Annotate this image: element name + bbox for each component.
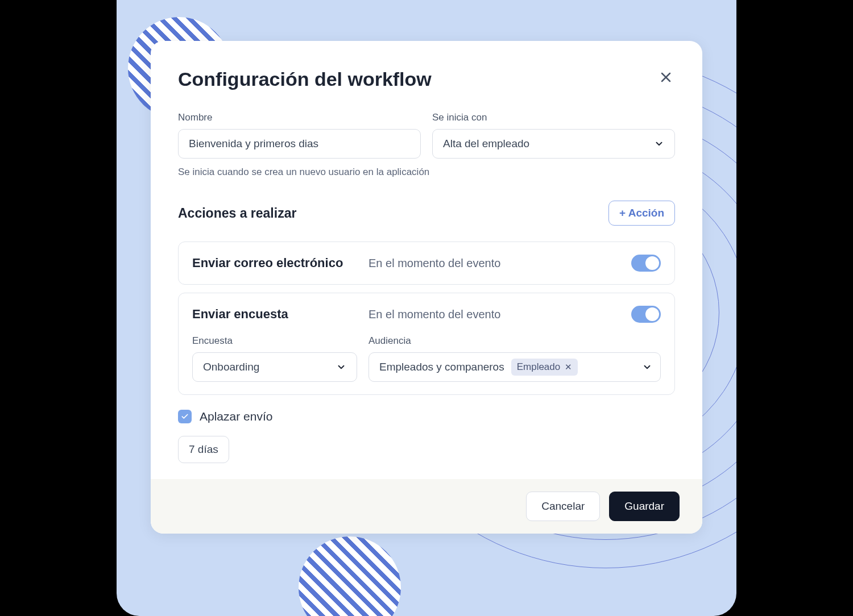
decorative-backdrop: Configuración del workflow Nombre Se ini… <box>117 0 736 616</box>
trigger-helper-text: Se inicia cuando se crea un nuevo usuari… <box>178 167 675 178</box>
actions-section-title: Acciones a realizar <box>178 206 296 221</box>
chevron-down-icon <box>642 362 652 372</box>
action-name: Enviar correo electrónico <box>192 256 368 270</box>
save-button[interactable]: Guardar <box>609 492 680 521</box>
audience-chip: Empleado ✕ <box>511 359 578 376</box>
name-input[interactable] <box>178 129 421 159</box>
audience-label: Audiencia <box>368 335 661 347</box>
workflow-config-modal: Configuración del workflow Nombre Se ini… <box>151 41 702 534</box>
action-timing: En el momento del evento <box>368 308 631 321</box>
chevron-down-icon <box>654 139 664 149</box>
defer-value: 7 días <box>189 443 218 455</box>
action-toggle-survey[interactable] <box>631 306 661 323</box>
action-card-email: Enviar correo electrónico En el momento … <box>178 242 675 285</box>
close-icon <box>659 70 673 84</box>
check-icon <box>181 413 189 421</box>
trigger-label: Se inicia con <box>432 112 675 123</box>
close-button[interactable] <box>657 68 675 88</box>
survey-label: Encuesta <box>192 335 357 347</box>
chip-remove-icon[interactable]: ✕ <box>565 362 572 372</box>
add-action-button[interactable]: + Acción <box>608 201 675 226</box>
trigger-select[interactable]: Alta del empleado <box>432 129 675 159</box>
survey-select-value: Onboarding <box>203 361 259 373</box>
cancel-button[interactable]: Cancelar <box>526 492 600 521</box>
action-timing: En el momento del evento <box>368 257 631 270</box>
audience-chip-label: Empleado <box>517 361 561 373</box>
action-card-survey: Enviar encuesta En el momento del evento… <box>178 293 675 395</box>
defer-label: Aplazar envío <box>200 410 272 423</box>
defer-checkbox[interactable] <box>178 410 192 423</box>
audience-select-value: Empleados y companeros <box>379 361 504 373</box>
trigger-select-value: Alta del empleado <box>443 138 529 150</box>
chevron-down-icon <box>336 362 346 372</box>
action-name: Enviar encuesta <box>192 307 368 322</box>
name-label: Nombre <box>178 112 421 123</box>
defer-value-input[interactable]: 7 días <box>178 436 229 463</box>
survey-select[interactable]: Onboarding <box>192 352 357 382</box>
audience-select[interactable]: Empleados y companeros Empleado ✕ <box>368 352 661 382</box>
modal-title: Configuración del workflow <box>178 68 432 90</box>
action-toggle-email[interactable] <box>631 255 661 272</box>
